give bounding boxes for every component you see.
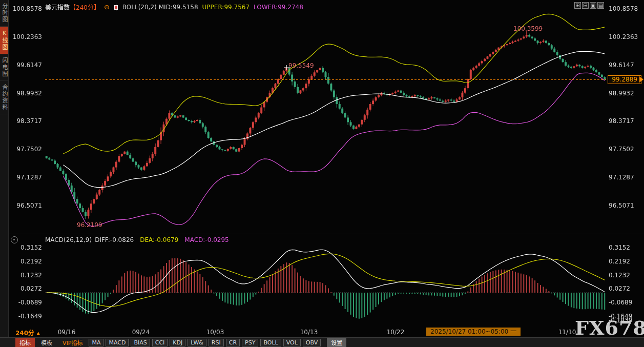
- price-axis-label: 97.7502: [609, 146, 634, 153]
- price-axis-right: 100.8578100.236399.614798.993298.371797.…: [609, 0, 643, 347]
- price-axis-label: 97.7502: [16, 146, 42, 153]
- macd-header: MACD(26,12,9) DIFF:-0.0826 DEA:-0.0679 M…: [45, 236, 229, 243]
- macd-value: MACD:-0.0295: [184, 236, 228, 243]
- chart-header: 美元指数【240分】 ⊖ BOLL(20,2) MID:99.5158 UPPE…: [45, 3, 303, 11]
- x-axis-tick: 11/10: [558, 329, 576, 336]
- toolbar-item-4[interactable]: MACD: [106, 339, 129, 346]
- window-control-icon-3[interactable]: ▤: [597, 2, 604, 9]
- macd-axis-label: 0.3152: [609, 244, 630, 251]
- toolbar-item-11[interactable]: PSY: [242, 339, 258, 346]
- window-controls: ⊞⊟▣▤: [574, 2, 604, 9]
- toolbar-item-5[interactable]: BIAS: [131, 339, 150, 346]
- indicator-cycle-icon[interactable]: [11, 236, 18, 243]
- macd-axis-label: -0.1649: [18, 313, 42, 320]
- window-control-icon-0[interactable]: ⊞: [574, 2, 581, 9]
- macd-axis-label: 0.0272: [609, 285, 630, 292]
- toolbar-item-12[interactable]: BOLL: [260, 339, 281, 346]
- symbol-period: 【240分】: [70, 3, 100, 11]
- kline-chart-app: 分时图K线图闪电图合约资料 美元指数【240分】 ⊖ BOLL(20,2) MI…: [0, 0, 644, 347]
- toolbar-item-14[interactable]: OBV: [303, 339, 321, 346]
- macd-dea-value: DEA:-0.0679: [140, 236, 178, 243]
- symbol-name: 美元指数: [45, 3, 70, 11]
- sidebar-tab-3[interactable]: 合约资料: [0, 81, 8, 114]
- price-axis-label: 99.6147: [609, 62, 634, 69]
- x-axis-tick: 10/03: [206, 329, 224, 336]
- price-axis-label: 100.8578: [609, 5, 638, 12]
- window-control-icon-1[interactable]: ⊟: [582, 2, 589, 9]
- sidebar-tab-0[interactable]: 分时图: [0, 0, 8, 27]
- boll-label: BOLL(20,2): [122, 4, 157, 11]
- toolbar-item-7[interactable]: KDJ: [170, 339, 185, 346]
- x-axis-tick: 09/24: [132, 329, 150, 336]
- bottom-toolbar: 指标模板VIP指标MAMACDBIASCCIKDJLW&RSICRPSYBOLL…: [0, 337, 644, 347]
- toolbar-item-8[interactable]: LW&: [188, 339, 206, 346]
- kline-chart-canvas[interactable]: [0, 0, 644, 347]
- price-axis-label: 98.3717: [16, 117, 42, 125]
- price-axis-label: 100.2363: [609, 33, 638, 40]
- macd-axis-label: -0.0689: [609, 299, 632, 306]
- macd-params-label: MACD(26,12,9): [45, 236, 92, 243]
- price-axis-label: 98.9932: [609, 90, 634, 97]
- price-axis-label: 97.1287: [609, 174, 634, 181]
- boll-mid-value: MID:99.5158: [159, 4, 198, 11]
- boll-lower-value: LOWER:99.2748: [254, 4, 303, 11]
- sidebar-tab-1[interactable]: K线图: [0, 27, 8, 54]
- toolbar-item-0[interactable]: 指标: [15, 338, 35, 347]
- period-label-text: 240分: [15, 330, 34, 337]
- macd-axis-label: 0.1232: [609, 272, 630, 279]
- toolbar-item-10[interactable]: CR: [226, 339, 240, 346]
- period-dropdown-icon: ▲: [36, 331, 40, 336]
- toolbar-item-9[interactable]: RSI: [209, 339, 224, 346]
- sidebar: 分时图K线图闪电图合约资料: [0, 0, 9, 337]
- toolbar-item-6[interactable]: CCI: [152, 339, 168, 346]
- period-selector[interactable]: 240分 ▲: [15, 328, 40, 337]
- toolbar-item-15[interactable]: 设置: [327, 338, 346, 347]
- toolbar-item-2[interactable]: VIP指标: [58, 338, 87, 347]
- price-axis-label: 100.2363: [13, 33, 42, 40]
- toolbar-item-13[interactable]: VOL: [283, 339, 301, 346]
- x-axis-tick: 10/22: [387, 329, 405, 336]
- annotation-low: 96.2109: [77, 221, 102, 229]
- kline-icon: [114, 4, 118, 11]
- window-control-icon-2[interactable]: ▣: [590, 2, 596, 9]
- price-axis-label: 99.6147: [16, 62, 42, 69]
- price-axis-label: 100.8578: [13, 5, 42, 12]
- sidebar-tab-2[interactable]: 闪电图: [0, 54, 8, 81]
- price-pointer-icon: [639, 76, 643, 83]
- collapse-icon[interactable]: ⊖: [104, 3, 110, 11]
- price-axis-label: 96.5071: [609, 202, 634, 209]
- crosshair-date-label: 2025/10/27 01:00~05:00 一: [426, 328, 521, 336]
- toolbar-item-3[interactable]: MA: [89, 339, 103, 346]
- annotation-prev-high: 99.5549: [288, 62, 314, 69]
- macd-axis-label: 0.2192: [20, 258, 42, 265]
- price-axis-label: 98.3717: [609, 117, 634, 125]
- macd-axis-label: -0.1839: [609, 317, 632, 324]
- macd-axis-label: 0.3152: [20, 244, 42, 251]
- macd-axis-label: 0.0272: [20, 285, 42, 292]
- x-axis-tick: 09/16: [58, 329, 76, 336]
- annotation-high: 100.3599: [513, 25, 543, 32]
- toolbar-item-1[interactable]: 模板: [37, 338, 56, 347]
- macd-axis-label: 0.2192: [609, 258, 630, 265]
- price-axis-label: 98.9932: [16, 90, 42, 97]
- macd-axis-label: 0.1232: [20, 272, 42, 279]
- macd-diff-value: DIFF:-0.0826: [95, 236, 134, 243]
- macd-axis-label: -0.0689: [18, 299, 42, 306]
- boll-upper-value: UPPER:99.7567: [202, 4, 250, 11]
- price-axis-left: 100.8578100.236399.614798.993298.371797.…: [8, 0, 43, 347]
- x-axis-tick: 10/13: [300, 329, 318, 336]
- price-axis-label: 97.1287: [16, 174, 42, 181]
- last-price-tag: 99.2889: [608, 75, 641, 84]
- price-axis-label: 96.5071: [16, 202, 42, 209]
